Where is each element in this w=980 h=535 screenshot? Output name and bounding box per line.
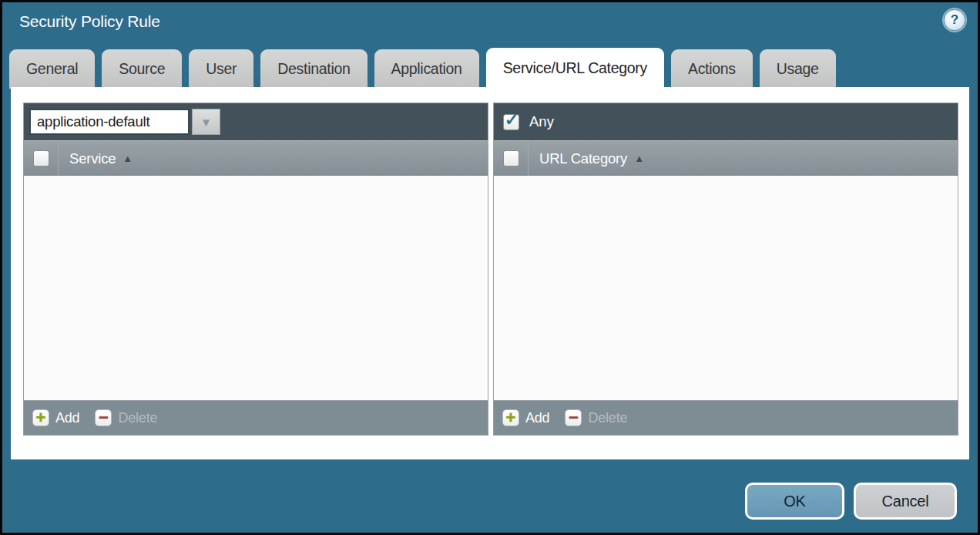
- service-list: [24, 176, 488, 400]
- service-select-all-cell: [24, 141, 59, 176]
- sort-asc-icon: ▲: [123, 153, 133, 164]
- service-delete-button[interactable]: − Delete: [95, 409, 157, 426]
- service-type-dropdown-button[interactable]: ▼: [192, 109, 220, 135]
- url-category-panel-footer: + Add − Delete: [494, 400, 958, 435]
- service-type-value[interactable]: application-default: [29, 109, 190, 135]
- delete-icon: −: [565, 409, 582, 426]
- service-type-dropdown: application-default ▼: [29, 109, 220, 135]
- url-category-list: [494, 176, 958, 400]
- tab-actions[interactable]: Actions: [671, 49, 753, 89]
- url-category-panel: ✓ Any URL Category ▲ + Add: [493, 103, 958, 436]
- cancel-button[interactable]: Cancel: [854, 483, 957, 520]
- url-any-label: Any: [529, 113, 554, 130]
- check-icon: ✓: [504, 110, 519, 129]
- panels-container: application-default ▼ Service ▲: [23, 103, 958, 436]
- url-select-all-checkbox[interactable]: [503, 150, 519, 167]
- service-column-header[interactable]: Service ▲: [24, 140, 488, 176]
- url-any-checkbox[interactable]: ✓: [503, 114, 519, 130]
- delete-icon: −: [95, 409, 112, 426]
- chevron-down-icon: ▼: [200, 116, 212, 129]
- tab-user[interactable]: User: [189, 49, 253, 89]
- url-category-column-header[interactable]: URL Category ▲: [494, 140, 958, 176]
- url-category-panel-header: ✓ Any: [494, 103, 958, 140]
- url-any-row: ✓ Any: [499, 113, 554, 130]
- service-delete-label: Delete: [118, 410, 157, 426]
- tab-bar: General Source User Destination Applicat…: [9, 48, 836, 89]
- tab-source[interactable]: Source: [102, 49, 182, 89]
- url-delete-label: Delete: [588, 410, 627, 426]
- sort-asc-icon: ▲: [634, 153, 644, 164]
- tab-destination[interactable]: Destination: [260, 49, 367, 89]
- url-add-label: Add: [525, 410, 549, 426]
- tab-service-url-category[interactable]: Service/URL Category: [486, 48, 664, 89]
- help-icon[interactable]: ?: [944, 9, 965, 31]
- url-delete-button[interactable]: − Delete: [565, 409, 627, 426]
- dialog-title: Security Policy Rule: [19, 12, 160, 31]
- url-select-all-cell: [494, 141, 529, 176]
- tab-usage[interactable]: Usage: [760, 49, 836, 89]
- tab-application[interactable]: Application: [374, 49, 479, 89]
- help-glyph: ?: [951, 12, 958, 28]
- url-category-column-label: URL Category: [539, 150, 627, 167]
- add-icon: +: [502, 409, 519, 426]
- dialog-action-buttons: OK Cancel: [745, 483, 957, 520]
- service-select-all-checkbox[interactable]: [33, 150, 49, 167]
- tab-content: application-default ▼ Service ▲: [11, 87, 969, 459]
- ok-button[interactable]: OK: [745, 483, 844, 520]
- service-panel: application-default ▼ Service ▲: [23, 103, 488, 436]
- add-icon: +: [32, 409, 49, 426]
- service-column-label: Service: [69, 150, 116, 167]
- service-add-button[interactable]: + Add: [32, 409, 79, 426]
- service-panel-header: application-default ▼: [24, 103, 488, 140]
- service-panel-footer: + Add − Delete: [24, 400, 488, 435]
- service-add-label: Add: [55, 410, 79, 426]
- tab-general[interactable]: General: [9, 49, 95, 89]
- url-add-button[interactable]: + Add: [502, 409, 549, 426]
- security-policy-rule-dialog: Security Policy Rule ? General Source Us…: [0, 0, 980, 535]
